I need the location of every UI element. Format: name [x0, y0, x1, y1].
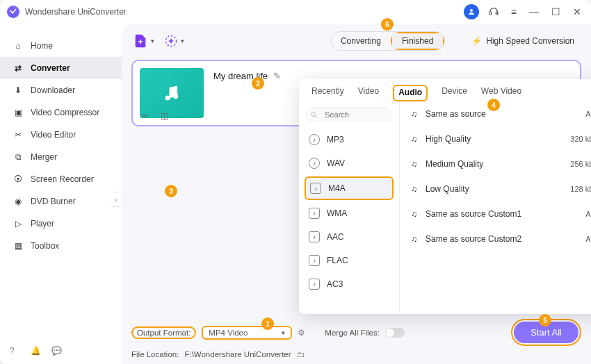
sidebar-item-player[interactable]: ▷Player	[0, 213, 122, 235]
sidebar-item-label: Merger	[31, 152, 57, 162]
quality-row[interactable]: ♫Medium Quality256 kbps✎	[400, 151, 591, 176]
quality-row[interactable]: ♫High Quality320 kbps✎	[400, 126, 591, 151]
format-tab-audio[interactable]: Audio	[393, 85, 428, 101]
main-panel: ▾ ▾ Converting Finished ⚡High Speed Conv…	[122, 24, 591, 364]
home-icon: ⌂	[13, 40, 24, 51]
format-wma[interactable]: ♪WMA	[299, 201, 399, 225]
add-more-button[interactable]: ▾	[163, 31, 186, 51]
quality-rate: Auto	[585, 110, 591, 118]
sidebar-item-label: Converter	[31, 63, 70, 73]
high-speed-label: High Speed Conversion	[486, 36, 574, 46]
merge-files-toggle[interactable]	[385, 328, 405, 338]
format-label: M4A	[328, 183, 346, 193]
audio-format-icon: ♪	[309, 158, 320, 169]
quality-rate: 128 kbps	[570, 185, 591, 193]
quality-name: Medium Quality	[426, 159, 483, 169]
format-aac[interactable]: ♪AAC	[299, 225, 399, 249]
sidebar: ⌂Home ⇄Converter ⬇Downloader ▣Video Comp…	[0, 24, 122, 364]
sidebar-item-compressor[interactable]: ▣Video Compressor	[0, 101, 122, 124]
audio-format-icon: ♪	[309, 255, 320, 266]
browse-folder-icon[interactable]: 🗀	[297, 350, 305, 358]
format-tab-recently[interactable]: Recently	[311, 86, 344, 101]
converter-icon: ⇄	[13, 63, 24, 74]
svg-rect-2	[496, 12, 498, 15]
format-tab-webvideo[interactable]: Web Video	[481, 86, 521, 101]
feedback-icon[interactable]: 💬	[51, 346, 63, 357]
compress-icon: ▣	[13, 107, 24, 118]
user-account-icon[interactable]	[464, 4, 479, 19]
quality-name: Low Quality	[426, 184, 469, 194]
settings-cog-icon[interactable]: ⚙	[298, 328, 305, 338]
svg-point-0	[470, 9, 473, 12]
quality-row[interactable]: ♫Same as source Custom2Auto🗑	[400, 226, 591, 251]
format-tab-device[interactable]: Device	[442, 86, 467, 101]
play-icon: ▷	[13, 218, 24, 229]
support-headset-icon[interactable]	[486, 4, 501, 19]
disc-icon: ◉	[13, 196, 24, 207]
merge-icon: ⧉	[13, 151, 24, 163]
format-label: WAV	[327, 158, 345, 168]
audio-format-icon: ♪	[309, 134, 320, 145]
sidebar-item-recorder[interactable]: ⦿Screen Recorder	[0, 168, 122, 190]
music-note-icon: ♫	[411, 209, 417, 219]
chevron-down-icon: ▾	[151, 38, 154, 44]
minimize-button[interactable]: —	[526, 6, 542, 17]
download-icon: ⬇	[13, 85, 24, 96]
sidebar-item-dvd[interactable]: ◉DVD Burner	[0, 190, 122, 213]
sidebar-item-converter[interactable]: ⇄Converter	[0, 57, 122, 79]
tab-finished[interactable]: Finished	[392, 33, 443, 49]
sidebar-item-merger[interactable]: ⧉Merger	[0, 146, 122, 168]
sidebar-item-editor[interactable]: ✂Video Editor	[0, 124, 122, 146]
sidebar-item-label: Home	[31, 41, 53, 51]
help-icon[interactable]: ?	[10, 346, 21, 357]
format-flac[interactable]: ♪FLAC	[299, 249, 399, 272]
format-label: WMA	[327, 208, 347, 218]
output-format-label: Output Format:	[131, 326, 196, 339]
close-button[interactable]: ✕	[570, 6, 584, 17]
grid-icon: ▦	[13, 240, 24, 251]
hamburger-menu-icon[interactable]: ≡	[508, 6, 519, 17]
audio-format-icon: ♪	[309, 231, 320, 242]
svg-point-5	[173, 94, 178, 99]
format-tab-video[interactable]: Video	[358, 86, 379, 101]
sidebar-item-downloader[interactable]: ⬇Downloader	[0, 79, 122, 101]
quality-name: High Quality	[426, 134, 471, 144]
sidebar-item-label: DVD Burner	[31, 197, 76, 206]
quality-row[interactable]: ♫Low Quality128 kbps✎	[400, 176, 591, 201]
audio-format-icon: ♪	[309, 279, 320, 290]
chevron-down-icon: ▾	[181, 38, 184, 44]
edit-title-icon[interactable]: ✎	[273, 71, 281, 81]
format-wav[interactable]: ♪WAV	[299, 151, 399, 175]
quality-row[interactable]: ♫Same as source Custom1Auto🗑	[400, 201, 591, 226]
format-dropdown: Recently Video Audio Device Web Video ♪M…	[299, 79, 591, 314]
annotation-6: 6	[381, 18, 394, 31]
quality-list: ♫Same as sourceAuto✎ ♫High Quality320 kb…	[400, 101, 591, 314]
add-files-button[interactable]: ▾	[131, 31, 156, 51]
trim-icon[interactable]: ✂	[141, 111, 148, 121]
quality-rate: Auto	[585, 235, 591, 243]
scissors-icon: ✂	[13, 129, 24, 140]
audio-format-icon: ♪	[309, 208, 320, 219]
format-search-input[interactable]	[306, 107, 392, 122]
maximize-button[interactable]: ☐	[549, 6, 563, 17]
notification-bell-icon[interactable]: 🔔	[31, 346, 42, 357]
file-location-value: F:\Wondershare UniConverter	[184, 350, 291, 358]
svg-point-6	[311, 113, 316, 117]
output-format-select[interactable]: MP4 Video▾	[202, 326, 292, 340]
sidebar-item-label: Video Editor	[31, 130, 76, 140]
tab-converting[interactable]: Converting	[331, 33, 391, 49]
svg-point-4	[165, 96, 170, 101]
output-format-value: MP4 Video	[209, 329, 248, 337]
music-note-icon: ♫	[411, 159, 417, 169]
format-mp3[interactable]: ♪MP3	[299, 128, 399, 151]
sidebar-collapse-button[interactable]: ‹	[111, 192, 122, 207]
format-ac3[interactable]: ♪AC3	[299, 272, 399, 296]
quality-name: Same as source Custom1	[426, 209, 521, 219]
chevron-down-icon: ▾	[282, 329, 285, 336]
sidebar-item-toolbox[interactable]: ▦Toolbox	[0, 235, 122, 257]
sidebar-item-home[interactable]: ⌂Home	[0, 35, 122, 57]
format-m4a[interactable]: ♪M4A	[305, 176, 394, 200]
high-speed-toggle[interactable]: ⚡High Speed Conversion	[464, 33, 581, 49]
quality-rate: 320 kbps	[570, 135, 591, 143]
crop-icon[interactable]: ◫	[161, 111, 168, 121]
